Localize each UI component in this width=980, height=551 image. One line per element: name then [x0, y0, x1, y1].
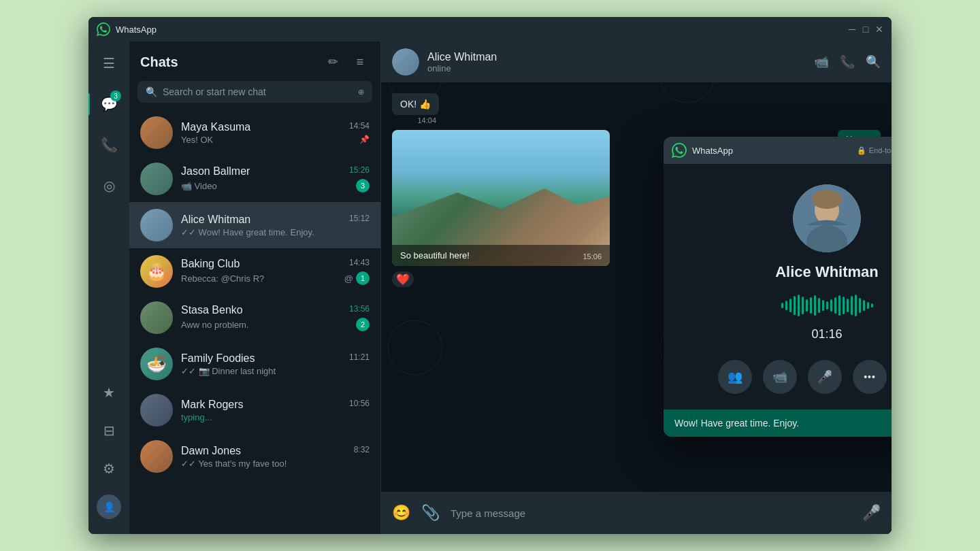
chat-info-top-stasa: Stasa Benko 13:56 [181, 304, 370, 316]
wave-bar [814, 295, 816, 316]
chat-time-mark: 10:56 [349, 399, 370, 411]
maximize-btn[interactable]: □ [862, 25, 870, 33]
status-icon: ◎ [103, 178, 115, 194]
chat-header-icons: 📹 📞 🔍 [814, 54, 881, 69]
chat-preview-alice: ✓✓ Wow! Have great time. Enjoy. [181, 227, 314, 237]
svg-point-3 [812, 190, 842, 209]
chat-info-top-jason: Jason Ballmer 15:26 [181, 165, 370, 178]
wave-bar [789, 299, 791, 312]
chat-list-panel: Chats ✏ ≡ 🔍 ⊕ M [129, 41, 381, 534]
menu-icon: ☰ [103, 55, 115, 71]
wave-bar [855, 295, 857, 316]
unread-badge-stasa: 2 [356, 318, 370, 331]
microphone-icon[interactable]: 🎤 [862, 504, 881, 522]
video-toggle-btn[interactable]: 📹 [763, 360, 797, 394]
chat-time-stasa: 13:56 [349, 304, 370, 316]
status-icon-btn[interactable]: ◎ [95, 172, 122, 199]
chat-preview-dawn: ✓✓ Yes that's my fave too! [181, 458, 287, 469]
wave-bar [802, 297, 804, 314]
archived-icon: ⊟ [103, 422, 115, 439]
search-input[interactable] [163, 86, 353, 97]
new-chat-icon[interactable]: ✏ [323, 52, 342, 71]
chat-input: 😊 📎 🎤 [381, 492, 892, 534]
search-right-icon: ⊕ [358, 88, 364, 97]
chat-header: Alice Whitman online 📹 📞 🔍 [381, 41, 892, 82]
wave-bar [822, 300, 824, 311]
chat-info-mark: Mark Rogers 10:56 typing... [181, 399, 370, 422]
wave-bar [847, 299, 849, 312]
wave-bar [794, 296, 796, 315]
avatar-maya [140, 116, 173, 149]
chat-info-stasa: Stasa Benko 13:56 Aww no problem. 2 [181, 304, 370, 331]
search-chat-icon[interactable]: 🔍 [866, 54, 881, 69]
chat-preview-maya: Yes! OK [181, 135, 213, 145]
profile-avatar[interactable]: 👤 [95, 493, 122, 520]
chat-item-jason-ballmer[interactable]: Jason Ballmer 15:26 📹 Video 3 [129, 156, 380, 202]
attach-icon[interactable]: 📎 [421, 504, 440, 522]
whatsapp-logo-icon [97, 22, 110, 36]
chat-name-mark: Mark Rogers [181, 399, 244, 411]
chat-item-mark-rogers[interactable]: Mark Rogers 10:56 typing... [129, 387, 380, 433]
chat-info-bottom-alice: ✓✓ Wow! Have great time. Enjoy. [181, 227, 370, 237]
call-timer: 01:16 [811, 327, 842, 341]
starred-icon-btn[interactable]: ★ [95, 379, 122, 406]
chat-info-bottom-mark: typing... [181, 412, 370, 422]
chat-item-alice-whitman[interactable]: Alice Whitman 15:12 ✓✓ Wow! Have great t… [129, 202, 380, 248]
chat-name-stasa: Stasa Benko [181, 304, 243, 316]
chat-item-maya-kasuma[interactable]: Maya Kasuma 14:54 Yes! OK 📌 [129, 110, 380, 156]
mute-icon: 🎤 [817, 369, 832, 384]
message-input[interactable] [451, 507, 851, 519]
emoji-icon[interactable]: 😊 [392, 504, 410, 522]
mention-icon: @ [344, 273, 353, 284]
filter-icon[interactable]: ≡ [350, 52, 370, 71]
settings-icon: ⚙ [103, 461, 115, 477]
chat-item-dawn-jones[interactable]: Dawn Jones 8:32 ✓✓ Yes that's my fave to… [129, 433, 380, 480]
chat-item-family-foodies[interactable]: 🍜 Family Foodies 11:21 ✓✓ 📷 Dinner last … [129, 341, 380, 387]
chat-list-header: Chats ✏ ≡ [129, 41, 380, 77]
video-call-icon[interactable]: 📹 [814, 54, 829, 69]
chat-info-jason: Jason Ballmer 15:26 📹 Video 3 [181, 165, 370, 193]
call-dialog-body: Alice Whitman 01:16 👥 📹 [664, 164, 892, 410]
chat-name-alice: Alice Whitman [181, 214, 250, 226]
call-name: Alice Whitman [775, 263, 879, 281]
chat-header-avatar [392, 48, 419, 76]
avatar-baking: 🎂 [140, 255, 173, 288]
sidebar-bottom-icons: ★ ⊟ ⚙ 👤 [95, 379, 122, 520]
mute-btn[interactable]: 🎤 [808, 360, 842, 394]
chat-preview-jason: 📹 Video [181, 181, 217, 191]
archived-icon-btn[interactable]: ⊟ [95, 417, 122, 444]
sidebar-top-icons: ☰ 💬 3 📞 ◎ [95, 50, 122, 379]
chat-item-baking-club[interactable]: 🎂 Baking Club 14:43 Rebecca: @Chris R? @… [129, 248, 380, 295]
chat-time-maya: 14:54 [349, 121, 370, 133]
settings-icon-btn[interactable]: ⚙ [95, 455, 122, 482]
call-avatar [793, 184, 861, 252]
chat-item-stasa-benko[interactable]: Stasa Benko 13:56 Aww no problem. 2 [129, 295, 380, 341]
voice-call-icon[interactable]: 📞 [840, 54, 855, 69]
chat-time-family: 11:21 [349, 352, 370, 365]
header-icons: ✏ ≡ [323, 52, 370, 71]
minimize-btn[interactable]: ─ [848, 25, 856, 33]
chat-icon-btn[interactable]: 💬 3 [95, 90, 122, 118]
avatar-stasa [140, 301, 173, 334]
lock-icon: 🔒 [857, 146, 866, 155]
message-image-bubble: So beautiful here! 15:06 [392, 130, 610, 266]
call-last-message: Wow! Have great time. Enjoy. 15:12 ✓✓ [664, 410, 892, 437]
wave-bar [838, 295, 840, 316]
avatar-family: 🍜 [140, 348, 173, 380]
active-indicator [88, 93, 90, 115]
chat-info-family: Family Foodies 11:21 ✓✓ 📷 Dinner last ni… [181, 352, 370, 376]
chat-info-dawn: Dawn Jones 8:32 ✓✓ Yes that's my fave to… [181, 445, 370, 469]
chat-header-status: online [427, 63, 806, 73]
calls-icon-btn[interactable]: 📞 [95, 131, 122, 158]
chat-info-bottom-family: ✓✓ 📷 Dinner last night [181, 366, 370, 376]
wave-bar [871, 303, 873, 307]
more-options-btn[interactable]: ••• [853, 360, 887, 394]
avatar-dawn [140, 440, 173, 473]
close-btn[interactable]: ✕ [875, 25, 883, 33]
call-dialog-title: WhatsApp [692, 146, 851, 156]
call-dialog: WhatsApp 🔒 End-to-end endcrypted ─ □ ✕ [664, 137, 892, 437]
message-image-caption: So beautiful here! 15:06 [392, 245, 610, 266]
chat-preview-stasa: Aww no problem. [181, 320, 248, 330]
menu-icon-btn[interactable]: ☰ [95, 50, 122, 77]
participants-btn[interactable]: 👥 [718, 360, 752, 394]
